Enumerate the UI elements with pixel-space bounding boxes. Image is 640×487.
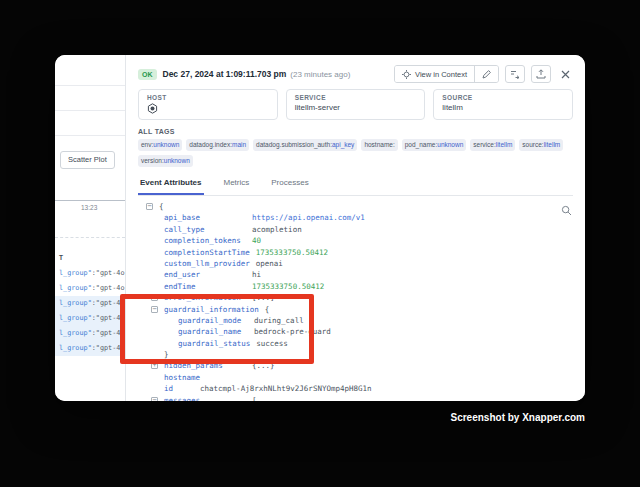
list-item-key: l_group" (59, 299, 92, 307)
tag[interactable]: service:litellm (470, 139, 515, 151)
tag[interactable]: datadog.index:main (186, 139, 249, 151)
tag[interactable]: env:unknown (138, 139, 182, 151)
json-value: hi (252, 270, 261, 279)
json-value: 1735333750.50412 (252, 282, 324, 291)
list-item-value: :"gpt-4o (92, 299, 125, 307)
tab[interactable]: Event Attributes (138, 173, 204, 195)
event-header: OK Dec 27, 2024 at 1:09:11.703 pm (23 mi… (126, 55, 585, 85)
list-item-value: :"gpt-4o (92, 344, 125, 352)
tag-value: unknown (437, 141, 463, 148)
related-traces-button[interactable] (505, 65, 525, 83)
tab[interactable]: Metrics (222, 173, 252, 195)
json-key[interactable]: hostname (164, 372, 200, 383)
json-key[interactable]: guardrail_mode (178, 315, 248, 326)
list-item[interactable]: l_group":"gpt-4o (55, 266, 125, 281)
expander-icon[interactable] (146, 203, 153, 210)
list-item-key: l_group" (59, 269, 92, 277)
info-boxes: HOST SERVICE litellm-server SOURCE litel… (138, 89, 573, 120)
panel-tabs: Event Attributes Metrics Processes (138, 173, 573, 196)
tag[interactable]: source:litellm (519, 139, 563, 151)
result-list: l_group":"gpt-4o l_group":"gpt-4o l_grou… (55, 266, 125, 356)
pencil-icon (482, 70, 491, 79)
json-key[interactable]: guardrail_information (164, 304, 259, 315)
list-column-header: T (59, 254, 63, 261)
expander-icon[interactable] (151, 397, 158, 401)
tag[interactable]: datadog.submission_auth:api_key (253, 139, 357, 151)
chart-axis-line (55, 200, 125, 201)
close-button[interactable] (557, 66, 573, 82)
json-row: hostname (138, 372, 573, 383)
json-row: } (138, 349, 573, 360)
host-hexagon-icon (147, 103, 269, 114)
list-item[interactable]: l_group":"gpt-4o (55, 311, 125, 326)
service-box[interactable]: SERVICE litellm-server (286, 89, 426, 120)
expander-icon[interactable] (151, 294, 158, 301)
json-key[interactable]: guardrail_status (178, 338, 250, 349)
json-key[interactable]: completion_tokens (164, 235, 246, 246)
service-box-label: SERVICE (295, 94, 417, 101)
json-row: endTime1735333750.50412 (138, 281, 573, 292)
event-relative-time: (23 minutes ago) (290, 70, 350, 79)
json-punctuation: [ (252, 396, 257, 401)
expander-icon[interactable] (151, 362, 158, 369)
tag-list: env:unknown datadog.index:main datadog.s… (138, 139, 573, 167)
list-item[interactable]: l_group":"gpt-4o (55, 281, 125, 296)
scatter-plot-button[interactable]: Scatter Plot (60, 151, 115, 169)
related-traces-icon (510, 69, 520, 79)
json-key[interactable]: id (164, 383, 194, 394)
json-key[interactable]: messages (164, 395, 246, 401)
tag-key: datadog.submission_auth: (256, 141, 332, 148)
edit-button[interactable] (474, 66, 498, 82)
view-in-context-label: View in Context (415, 70, 467, 79)
json-row: guardrail_namebedrock-pre-guard (138, 326, 573, 337)
source-box[interactable]: SOURCE litellm (433, 89, 573, 120)
tag[interactable]: hostname: (361, 139, 397, 151)
json-key[interactable]: api_base (164, 212, 246, 223)
json-key[interactable]: completionStartTime (164, 247, 250, 258)
event-timestamp: Dec 27, 2024 at 1:09:11.703 pm (163, 69, 287, 79)
screenshot-stage: Scatter Plot 13:23 T l_group":"gpt-4o l_… (0, 0, 640, 487)
background-page: Scatter Plot 13:23 T l_group":"gpt-4o l_… (55, 55, 125, 401)
json-value: 1735333750.50412 (256, 248, 328, 257)
list-item-value: :"gpt-4o (92, 314, 125, 322)
json-key[interactable]: endTime (164, 281, 246, 292)
json-row: end_userhi (138, 269, 573, 280)
json-key[interactable]: end_user (164, 269, 246, 280)
all-tags-section: ALL TAGS env:unknown datadog.index:main … (138, 128, 573, 167)
json-key[interactable]: error_information (164, 292, 246, 303)
divider (55, 110, 125, 111)
list-item[interactable]: l_group":"gpt-4o (55, 296, 125, 311)
tab[interactable]: Processes (269, 173, 310, 195)
tag-value: unknown (153, 141, 179, 148)
status-badge: OK (138, 69, 157, 80)
view-in-context-button[interactable]: View in Context (395, 66, 474, 82)
list-item-key: l_group" (59, 314, 92, 322)
json-row: custom_llm_provideropenai (138, 258, 573, 269)
tag-key: source: (522, 141, 543, 148)
json-punctuation: {...} (252, 361, 275, 370)
list-item[interactable]: l_group":"gpt-4o (55, 326, 125, 341)
tag[interactable]: version:unknown (138, 155, 193, 167)
json-key[interactable]: guardrail_name (178, 326, 248, 337)
tag[interactable]: pod_name:unknown (402, 139, 467, 151)
export-button[interactable] (531, 65, 551, 83)
header-actions: View in Context (394, 65, 573, 83)
host-box[interactable]: HOST (138, 89, 278, 120)
json-row: guardrail_information{ (138, 304, 573, 315)
export-icon (536, 69, 546, 79)
tag-key: service: (473, 141, 495, 148)
json-row: api_basehttps://api.openai.com/v1 (138, 212, 573, 223)
list-item-key: l_group" (59, 284, 92, 292)
json-key[interactable]: call_type (164, 224, 246, 235)
json-punctuation: { (159, 202, 164, 211)
json-key[interactable]: custom_llm_provider (164, 258, 250, 269)
tag-value: litellm (544, 141, 561, 148)
json-row: messages[ (138, 395, 573, 401)
tag-key: hostname: (364, 141, 394, 148)
json-key[interactable]: hidden_params (164, 360, 246, 371)
expander-icon[interactable] (151, 306, 158, 313)
json-value: acompletion (252, 225, 302, 234)
tag-value: api_key (332, 141, 354, 148)
list-item[interactable]: l_group":"gpt-4o (55, 341, 125, 356)
tag-key: datadog.index: (189, 141, 232, 148)
